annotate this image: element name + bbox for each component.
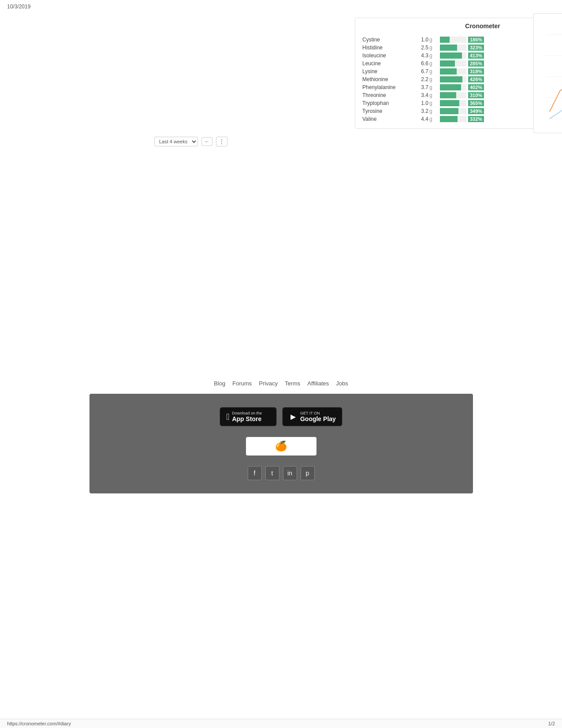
nutrient-value: 2.5: [415, 45, 428, 51]
footer-links: BlogForumsPrivacyTermsAffiliatesJobs: [0, 380, 562, 387]
nutrient-name: Lysine: [362, 68, 415, 75]
app-store-big: App Store: [232, 415, 262, 422]
nutrient-bar-fill: [440, 68, 457, 75]
main-content: Cronometer Cystine 1.0 g 186% Histidine …: [0, 13, 562, 146]
app-store-small: Download on the: [232, 411, 262, 415]
nutrient-bar-fill: [440, 76, 462, 82]
nutrient-unit: g: [429, 108, 438, 114]
nutrient-bar-fill: [440, 92, 456, 98]
nutrient-name: Valine: [362, 116, 415, 122]
nutrient-row: Tyrosine 3.2 g 349%: [362, 107, 562, 115]
pinterest-icon[interactable]: p: [301, 466, 315, 480]
nutrient-bar-bg: [440, 116, 466, 122]
nutrient-value: 4.3: [415, 52, 428, 59]
date-label: 10/3/2019: [7, 4, 30, 10]
facebook-icon[interactable]: f: [248, 466, 262, 480]
nutrient-percent: 310%: [468, 92, 484, 98]
play-icon: ►: [289, 412, 298, 422]
nutrient-bar-bg: [440, 68, 466, 75]
nutrient-percent: 285%: [468, 60, 484, 67]
nutrient-value: 6.7: [415, 68, 428, 75]
nutrient-row: Tryptophan 1.0 g 365%: [362, 99, 562, 107]
cronometer-title: Cronometer: [355, 18, 562, 34]
nutrient-name: Methionine: [362, 76, 415, 82]
nutrient-percent: 349%: [468, 108, 484, 114]
nutrient-name: Phenylalanine: [362, 84, 415, 90]
apple-icon: : [226, 412, 229, 422]
nutrient-percent: 413%: [468, 52, 484, 59]
nutrient-bar-bg: [440, 84, 466, 90]
nutrient-row: Valine 4.4 g 332%: [362, 115, 562, 123]
nutrient-value: 3.4: [415, 92, 428, 98]
nutrient-percent: 402%: [468, 84, 484, 90]
nutrient-name: Histidine: [362, 45, 415, 51]
nutrient-name: Threonine: [362, 92, 415, 98]
nutrient-bar-bg: [440, 100, 466, 106]
footer-link[interactable]: Privacy: [259, 380, 278, 387]
controls-row: Last 4 weeks ← ⋮: [154, 137, 553, 146]
period-select[interactable]: Last 4 weeks: [154, 137, 198, 146]
nutrient-percent: 323%: [468, 45, 484, 51]
nutrient-percent: 365%: [468, 100, 484, 106]
logo-area: 🍊: [246, 437, 316, 455]
nutrient-row: Methionine 2.2 g 426%: [362, 75, 562, 83]
nutrient-bar-fill: [440, 116, 458, 122]
footer-link[interactable]: Terms: [285, 380, 300, 387]
nutrient-unit: g: [429, 100, 438, 106]
nutrient-bar-fill: [440, 37, 450, 43]
google-play-button[interactable]: ► GET IT ON Google Play: [282, 407, 342, 426]
nutrient-name: Cystine: [362, 37, 415, 43]
nutrient-unit: g: [429, 60, 438, 67]
nutrient-bar-bg: [440, 45, 466, 51]
nutrient-percent: 426%: [468, 76, 484, 82]
nutrient-value: 6.6: [415, 60, 428, 67]
nutrient-unit: g: [429, 37, 438, 43]
nutrient-name: Tyrosine: [362, 108, 415, 114]
nutrient-value: 1.0: [415, 37, 428, 43]
more-options-button[interactable]: ⋮: [216, 137, 227, 146]
social-icons: f t in p: [248, 466, 315, 480]
nutrient-table: Cystine 1.0 g 186% Histidine 2.5 g 323% …: [355, 34, 562, 128]
nutrient-unit: g: [429, 68, 438, 75]
nutrient-row: Isoleucine 4.3 g 413%: [362, 52, 562, 60]
nutrient-bar-fill: [440, 100, 459, 106]
google-play-small: GET IT ON: [300, 411, 336, 415]
nutrient-value: 3.7: [415, 84, 428, 90]
nutrient-row: Phenylalanine 3.7 g 402%: [362, 83, 562, 91]
footer-link[interactable]: Affiliates: [307, 380, 329, 387]
nutrient-row: Leucine 6.6 g 285%: [362, 60, 562, 67]
footer-link[interactable]: Blog: [214, 380, 225, 387]
linkedin-icon[interactable]: in: [283, 466, 297, 480]
nutrient-unit: g: [429, 116, 438, 122]
url-label: https://cronometer.com/#diary: [7, 721, 71, 726]
nutrient-percent: 318%: [468, 68, 484, 75]
nutrient-unit: g: [429, 92, 438, 98]
cronometer-widget: Cronometer Cystine 1.0 g 186% Histidine …: [355, 18, 562, 129]
nutrient-bar-bg: [440, 60, 466, 67]
nutrient-percent: 332%: [468, 116, 484, 122]
nutrient-bar-bg: [440, 76, 466, 82]
nutrient-name: Tryptophan: [362, 100, 415, 106]
nutrient-bar-fill: [440, 52, 462, 59]
app-store-button[interactable]:  Download on the App Store: [220, 407, 277, 426]
nutrient-name: Isoleucine: [362, 52, 415, 59]
nutrient-value: 2.2: [415, 76, 428, 82]
footer-link[interactable]: Forums: [232, 380, 252, 387]
nutrient-unit: g: [429, 52, 438, 59]
nutrient-unit: g: [429, 45, 438, 51]
nutrient-row: Lysine 6.7 g 318%: [362, 67, 562, 75]
nutrient-value: 1.0: [415, 100, 428, 106]
nutrient-bar-bg: [440, 92, 466, 98]
footer-link[interactable]: Jobs: [336, 380, 348, 387]
dark-footer:  Download on the App Store ► GET IT ON …: [89, 394, 473, 493]
nutrient-bar-fill: [440, 84, 461, 90]
nutrient-bar-bg: [440, 37, 466, 43]
nutrient-bar-fill: [440, 60, 455, 67]
nav-back-button[interactable]: ←: [201, 137, 212, 146]
google-play-big: Google Play: [300, 415, 336, 422]
top-bar: 10/3/2019: [0, 0, 562, 13]
twitter-icon[interactable]: t: [265, 466, 279, 480]
nutrient-row: Histidine 2.5 g 323%: [362, 44, 562, 52]
nutrient-bar-fill: [440, 108, 458, 114]
nutrient-row: Threonine 3.4 g 310%: [362, 91, 562, 99]
